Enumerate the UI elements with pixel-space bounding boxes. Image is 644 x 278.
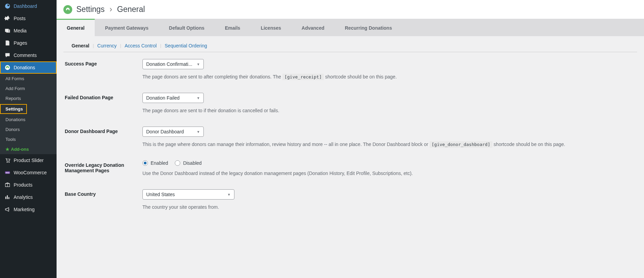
setting-failed-page: Failed Donation Page Donation Failed ▼ T… — [65, 93, 636, 114]
base-country-select[interactable]: United States ▼ — [142, 189, 234, 200]
submenu-donors[interactable]: Donors — [0, 125, 57, 134]
radio-enabled-label: Enabled — [151, 160, 168, 166]
sidebar-item-comments[interactable]: Comments — [0, 49, 57, 61]
subtab-general[interactable]: General — [72, 43, 89, 48]
override-legacy-help: Use the Donor Dashboard instead of the l… — [142, 170, 636, 177]
radio-disabled[interactable]: Disabled — [175, 160, 201, 166]
failed-page-label: Failed Donation Page — [65, 93, 142, 100]
radio-enabled[interactable]: Enabled — [142, 160, 168, 166]
setting-donor-dashboard: Donor Dashboard Page Donor Dashboard ▼ T… — [65, 127, 636, 148]
radio-disabled-label: Disabled — [183, 160, 201, 166]
dashboard-icon — [4, 3, 11, 10]
svg-point-0 — [5, 65, 10, 70]
submenu-addons-label: Add-ons — [11, 147, 29, 152]
star-icon: ★ — [5, 147, 10, 152]
breadcrumb-settings: Settings — [76, 5, 105, 14]
success-page-select[interactable]: Donation Confirmati... ▼ — [142, 59, 204, 69]
chevron-down-icon: ▼ — [197, 130, 200, 134]
failed-page-select[interactable]: Donation Failed ▼ — [142, 93, 204, 103]
sidebar-label: Donations — [14, 65, 35, 70]
donor-dashboard-select[interactable]: Donor Dashboard ▼ — [142, 127, 204, 137]
override-legacy-radio-group: Enabled Disabled — [142, 160, 636, 166]
donations-submenu: All Forms Add Form Reports Settings Dona… — [0, 74, 57, 154]
chevron-down-icon: ▼ — [197, 96, 200, 100]
analytics-icon — [4, 194, 11, 201]
submenu-add-form[interactable]: Add Form — [0, 84, 57, 93]
base-country-label: Base Country — [65, 189, 142, 197]
breadcrumb-separator: › — [110, 5, 112, 14]
sidebar-item-dashboard[interactable]: Dashboard — [0, 0, 57, 12]
sidebar-item-product-slider[interactable]: Product Slider — [0, 154, 57, 166]
submenu-donations[interactable]: Donations — [0, 115, 57, 125]
subtab-sequential-ordering[interactable]: Sequential Ordering — [165, 43, 207, 48]
setting-base-country: Base Country United States ▼ The country… — [65, 189, 636, 211]
submenu-addons[interactable]: ★ Add-ons — [0, 144, 57, 154]
base-country-value: United States — [146, 192, 175, 197]
sidebar-label: Media — [14, 28, 27, 33]
tab-general[interactable]: General — [57, 19, 95, 36]
sidebar-label: Comments — [14, 53, 37, 58]
shortcode: [give_receipt] — [282, 74, 324, 80]
pin-icon — [4, 15, 11, 22]
tab-advanced[interactable]: Advanced — [291, 20, 335, 36]
success-page-label: Success Page — [65, 59, 142, 67]
submenu-all-forms[interactable]: All Forms — [0, 74, 57, 84]
sidebar-item-donations[interactable]: Donations — [0, 61, 57, 74]
tab-separator: | — [93, 43, 94, 48]
donor-dashboard-help: This is the page where donors can manage… — [142, 141, 636, 148]
chevron-down-icon: ▼ — [227, 193, 231, 196]
success-page-help: The page donors are sent to after comple… — [142, 73, 636, 81]
sidebar-item-posts[interactable]: Posts — [0, 12, 57, 25]
submenu-settings[interactable]: Settings — [0, 104, 27, 114]
radio-input — [175, 160, 180, 166]
main-content: Settings › General General Payment Gatew… — [57, 0, 644, 278]
page-header: Settings › General — [57, 0, 644, 19]
base-country-help: The country your site operates from. — [142, 204, 636, 211]
setting-override-legacy: Override Legacy Donation Management Page… — [65, 160, 636, 177]
sidebar-label: Marketing — [14, 207, 34, 212]
submenu-tools[interactable]: Tools — [0, 134, 57, 144]
donor-dashboard-value: Donor Dashboard — [146, 129, 184, 134]
sidebar-label: Analytics — [14, 194, 33, 200]
sidebar-item-media[interactable]: Media — [0, 25, 57, 37]
sidebar-item-marketing[interactable]: Marketing — [0, 203, 57, 216]
tab-recurring-donations[interactable]: Recurring Donations — [335, 20, 402, 36]
subtab-currency[interactable]: Currency — [97, 43, 117, 48]
page-title: Settings › General — [76, 5, 145, 14]
give-icon — [4, 64, 11, 71]
submenu-reports[interactable]: Reports — [0, 93, 57, 103]
override-legacy-label: Override Legacy Donation Management Page… — [65, 160, 142, 173]
tab-default-options[interactable]: Default Options — [159, 20, 215, 36]
tab-emails[interactable]: Emails — [215, 20, 250, 36]
tab-separator: | — [160, 43, 161, 48]
settings-form: Success Page Donation Confirmati... ▼ Th… — [57, 52, 644, 230]
shortcode: [give_donor_dashboard] — [430, 141, 492, 148]
cart-icon — [4, 157, 11, 164]
sidebar-item-pages[interactable]: Pages — [0, 37, 57, 49]
setting-success-page: Success Page Donation Confirmati... ▼ Th… — [65, 59, 636, 81]
sidebar-item-products[interactable]: Products — [0, 179, 57, 191]
pages-icon — [4, 40, 11, 46]
sidebar-label: Pages — [14, 40, 27, 46]
admin-sidebar: Dashboard Posts Media Pages Comments Don… — [0, 0, 57, 278]
subtab-access-control[interactable]: Access Control — [125, 43, 157, 48]
comment-icon — [4, 52, 11, 59]
sidebar-label: WooCommerce — [14, 170, 47, 175]
sidebar-item-analytics[interactable]: Analytics — [0, 191, 57, 203]
chevron-down-icon: ▼ — [197, 62, 200, 66]
failed-page-value: Donation Failed — [146, 95, 180, 101]
tab-payment-gateways[interactable]: Payment Gateways — [95, 20, 159, 36]
woo-icon: woo — [4, 169, 11, 176]
sidebar-item-woocommerce[interactable]: woo WooCommerce — [0, 166, 57, 179]
box-icon — [4, 181, 11, 188]
breadcrumb-general: General — [117, 5, 145, 14]
sidebar-label: Posts — [14, 16, 26, 21]
secondary-tabs: General | Currency | Access Control | Se… — [63, 36, 637, 52]
primary-tabs: General Payment Gateways Default Options… — [57, 19, 644, 36]
sidebar-label: Products — [14, 182, 32, 188]
megaphone-icon — [4, 206, 11, 213]
donor-dashboard-label: Donor Dashboard Page — [65, 127, 142, 134]
tab-licenses[interactable]: Licenses — [250, 20, 291, 36]
give-logo-icon — [63, 5, 72, 14]
radio-input-checked — [142, 160, 148, 166]
